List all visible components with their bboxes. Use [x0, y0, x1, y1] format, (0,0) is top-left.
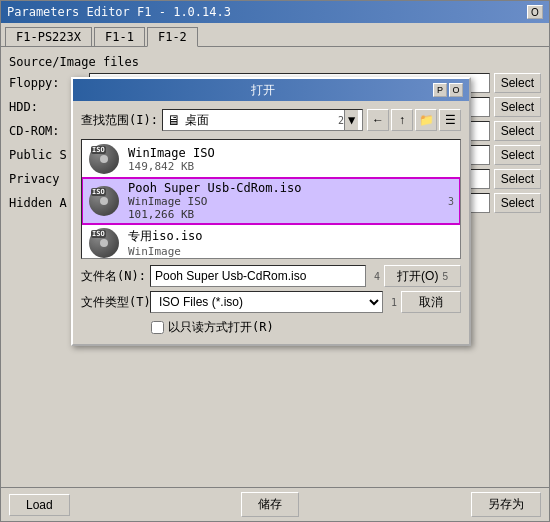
look-in-chevron[interactable]: ▼	[344, 110, 358, 130]
readonly-row: 以只读方式打开(R)	[151, 319, 461, 336]
file-item-2[interactable]: ISO Pooh Super Usb-CdRom.iso WinImage IS…	[82, 178, 460, 224]
look-in-row: 查找范围(I): 🖥 桌面 2 ▼ ← ↑ 📁 ☰	[81, 109, 461, 131]
file-list[interactable]: ISO WinImage ISO 149,842 KB ISO	[81, 139, 461, 259]
save-as-button[interactable]: 另存为	[471, 492, 541, 517]
save-button[interactable]: 储存	[241, 492, 299, 517]
content-area: Source/Image files Floppy: Select HDD: S…	[1, 47, 549, 487]
cdrom-select-button[interactable]: Select	[494, 121, 541, 141]
filetype-row: 文件类型(T): ISO Files (*.iso) 1 取消	[81, 291, 461, 313]
filetype-badge: 1	[391, 297, 397, 308]
filename-label: 文件名(N):	[81, 268, 146, 285]
dialog-title-bar: 打开 P O	[73, 79, 469, 101]
floppy-select-button[interactable]: Select	[494, 73, 541, 93]
filename-badge: 4	[374, 271, 380, 282]
public-select-button[interactable]: Select	[494, 145, 541, 165]
file-item-1[interactable]: ISO WinImage ISO 149,842 KB	[82, 140, 460, 178]
file-name-3: 专用iso.iso	[128, 228, 454, 245]
privacy-select-button[interactable]: Select	[494, 169, 541, 189]
file-name-2: Pooh Super Usb-CdRom.iso	[128, 181, 436, 195]
open-dialog: 打开 P O 查找范围(I): 🖥 桌面 2 ▼	[71, 77, 471, 346]
disc-icon-3: ISO	[88, 227, 120, 259]
view-button[interactable]: ☰	[439, 109, 461, 131]
tab-f1-1[interactable]: F1-1	[94, 27, 145, 46]
look-in-label: 查找范围(I):	[81, 112, 158, 129]
filetype-label: 文件类型(T):	[81, 294, 146, 311]
toolbar-buttons: ← ↑ 📁 ☰	[367, 109, 461, 131]
disc-icon-2: ISO	[88, 185, 120, 217]
look-in-dropdown[interactable]: 🖥 桌面 2 ▼	[162, 109, 363, 131]
nav-up-button[interactable]: ↑	[391, 109, 413, 131]
open-button[interactable]: 打开(O)5	[384, 265, 461, 287]
filename-row: 文件名(N): 4 打开(O)5	[81, 265, 461, 287]
filename-input[interactable]	[150, 265, 366, 287]
disc-icon-1: ISO	[88, 143, 120, 175]
look-in-value: 桌面	[185, 112, 334, 129]
new-folder-button[interactable]: 📁	[415, 109, 437, 131]
title-bar-controls: O	[527, 5, 543, 19]
file-size-1: 149,842 KB	[128, 160, 454, 173]
nav-back-button[interactable]: ←	[367, 109, 389, 131]
dialog-title: 打开	[93, 82, 433, 99]
window-title: Parameters Editor F1 - 1.0.14.3	[7, 5, 231, 19]
close-button[interactable]: O	[527, 5, 543, 19]
section-source-title: Source/Image files	[9, 55, 541, 69]
tab-f1-2[interactable]: F1-2	[147, 27, 198, 47]
readonly-checkbox[interactable]	[151, 321, 164, 334]
file-info-3: 专用iso.iso WinImage	[128, 228, 454, 258]
dialog-close-button[interactable]: O	[449, 83, 463, 97]
dialog-pin-button[interactable]: P	[433, 83, 447, 97]
center-buttons: 储存	[241, 492, 299, 517]
title-bar: Parameters Editor F1 - 1.0.14.3 O	[1, 1, 549, 23]
file-size-2: 101,266 KB	[128, 208, 436, 221]
readonly-label: 以只读方式打开(R)	[168, 319, 274, 336]
dialog-body: 查找范围(I): 🖥 桌面 2 ▼ ← ↑ 📁 ☰	[73, 101, 469, 344]
main-window: Parameters Editor F1 - 1.0.14.3 O F1-PS2…	[0, 0, 550, 522]
desktop-icon: 🖥	[167, 112, 181, 128]
file-type-3: WinImage	[128, 245, 454, 258]
filetype-select[interactable]: ISO Files (*.iso)	[150, 291, 383, 313]
tab-f1-ps223x[interactable]: F1-PS223X	[5, 27, 92, 46]
hdd-select-button[interactable]: Select	[494, 97, 541, 117]
file-info-1: WinImage ISO 149,842 KB	[128, 146, 454, 173]
cancel-button[interactable]: 取消	[401, 291, 461, 313]
hidden-select-button[interactable]: Select	[494, 193, 541, 213]
file-type-2: WinImage ISO	[128, 195, 436, 208]
file-name-1: WinImage ISO	[128, 146, 454, 160]
dialog-controls: P O	[433, 83, 463, 97]
bottom-bar: Load 储存 另存为	[1, 487, 549, 521]
file-item-3[interactable]: ISO 专用iso.iso WinImage	[82, 224, 460, 259]
tab-bar: F1-PS223X F1-1 F1-2	[1, 23, 549, 47]
file-badge-2: 3	[448, 196, 454, 207]
file-info-2: Pooh Super Usb-CdRom.iso WinImage ISO 10…	[128, 181, 436, 221]
load-button[interactable]: Load	[9, 494, 70, 516]
